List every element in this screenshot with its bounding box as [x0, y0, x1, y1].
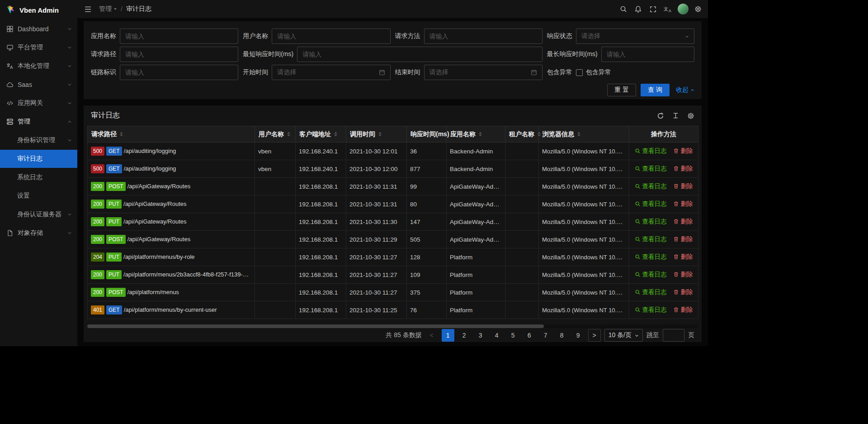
page-button-4[interactable]: 4	[491, 329, 503, 342]
user-name-input[interactable]	[272, 29, 390, 44]
max-response-time-input[interactable]	[601, 47, 694, 62]
column-header-client-address[interactable]: 客户端地址	[296, 126, 346, 143]
search-icon[interactable]	[616, 0, 631, 18]
total-count: 共 85 条数据	[386, 331, 421, 339]
delete-button[interactable]: 删除	[673, 218, 693, 226]
request-method-input[interactable]	[424, 29, 542, 44]
cell-tenant-name	[505, 195, 539, 213]
column-header-call-time[interactable]: 调用时间	[346, 126, 407, 143]
language-translate-icon[interactable]: 文A	[660, 0, 675, 18]
sort-icons	[378, 132, 382, 137]
sidebar-item-localization-management[interactable]: 本地化管理	[0, 57, 77, 75]
page-button-7[interactable]: 7	[539, 329, 552, 342]
page-button-5[interactable]: 5	[507, 329, 519, 342]
trace-id-input[interactable]	[120, 65, 238, 80]
view-log-button[interactable]: 查看日志	[635, 218, 667, 226]
logo[interactable]: Vben Admin	[0, 0, 77, 20]
fullscreen-icon[interactable]	[646, 0, 660, 18]
search-glyph	[620, 5, 627, 13]
sidebar-item-object-storage[interactable]: 对象存储	[0, 224, 77, 242]
cell-client-address: 192.168.208.1	[296, 213, 346, 231]
request-path-text: /api/platform/menus/by-role	[123, 253, 195, 260]
column-header-response-time[interactable]: 响应时间(ms)	[407, 126, 447, 143]
app-name-input[interactable]	[120, 29, 238, 44]
next-page-button[interactable]: >	[588, 329, 601, 342]
request-path-text: /api/ApiGateway/Routes	[123, 200, 186, 207]
svg-text:文: 文	[664, 6, 668, 11]
gear-glyph	[694, 5, 702, 13]
cell-request-path: 200PUT/api/ApiGateway/Routes	[88, 213, 255, 231]
end-time-picker[interactable]: 请选择	[424, 65, 542, 80]
user-avatar[interactable]	[675, 0, 690, 18]
sidebar-item-settings[interactable]: 设置	[0, 187, 77, 205]
cell-user-name: vben	[255, 160, 296, 178]
page-size-select[interactable]: 10 条/页	[604, 329, 643, 342]
refresh-icon[interactable]	[657, 112, 664, 119]
delete-button[interactable]: 删除	[673, 271, 693, 279]
chevron-down-icon	[67, 138, 72, 143]
include-exception-checkbox[interactable]	[576, 69, 583, 76]
sidebar-item-dashboard[interactable]: Dashboard	[0, 20, 77, 38]
reset-button[interactable]: 重 置	[607, 84, 636, 96]
status-badge: 401	[91, 305, 104, 314]
cell-response-time: 76	[407, 301, 447, 319]
sidebar-item-management[interactable]: 管理	[0, 113, 77, 131]
view-log-button[interactable]: 查看日志	[635, 288, 667, 296]
breadcrumb-item-management[interactable]: 管理	[99, 5, 117, 13]
delete-button[interactable]: 删除	[673, 253, 693, 261]
page-button-2[interactable]: 2	[458, 329, 471, 342]
row-height-icon[interactable]	[672, 112, 679, 119]
delete-button[interactable]: 删除	[673, 288, 693, 296]
sidebar-item-system-log[interactable]: 系统日志	[0, 168, 77, 186]
response-status-select-label: 响应状态	[547, 32, 576, 40]
sidebar-item-app-gateway[interactable]: 应用网关	[0, 94, 77, 112]
column-header-app-name[interactable]: 应用名称	[447, 126, 505, 143]
menu-fold-icon[interactable]	[84, 5, 92, 13]
view-log-button[interactable]: 查看日志	[635, 271, 667, 279]
jump-page-input[interactable]	[663, 329, 684, 342]
page-button-8[interactable]: 8	[556, 329, 568, 342]
sidebar-item-identity-auth-server[interactable]: 身份认证服务器	[0, 205, 77, 224]
view-log-button[interactable]: 查看日志	[635, 235, 667, 243]
delete-button[interactable]: 删除	[673, 182, 693, 191]
notification-bell-icon[interactable]	[631, 0, 646, 18]
start-time-picker[interactable]: 请选择	[272, 65, 390, 80]
delete-button[interactable]: 删除	[673, 200, 693, 208]
delete-button[interactable]: 删除	[673, 306, 693, 314]
sidebar-item-platform-management[interactable]: 平台管理	[0, 38, 77, 57]
sidebar-item-label: Saas	[18, 81, 67, 88]
scrollbar-thumb[interactable]	[87, 324, 544, 328]
breadcrumb-item-current: 审计日志	[126, 5, 151, 13]
min-response-time-input[interactable]	[297, 47, 542, 62]
page-button-3[interactable]: 3	[474, 329, 487, 342]
response-status-select[interactable]: 请选择	[576, 29, 694, 44]
view-log-button[interactable]: 查看日志	[635, 182, 667, 191]
delete-button[interactable]: 删除	[673, 165, 693, 173]
page-button-9[interactable]: 9	[572, 329, 585, 342]
request-path-input[interactable]	[120, 47, 238, 62]
view-log-button[interactable]: 查看日志	[635, 200, 667, 208]
query-button[interactable]: 查 询	[641, 84, 670, 96]
column-header-tenant-name[interactable]: 租户名称	[505, 126, 539, 143]
page-button-6[interactable]: 6	[523, 329, 536, 342]
top-header: 管理 / 审计日志 文A	[77, 0, 708, 18]
view-log-button[interactable]: 查看日志	[635, 306, 667, 314]
app-name-input-label: 应用名称	[91, 32, 120, 40]
sidebar-item-identity-management[interactable]: 身份标识管理	[0, 131, 77, 149]
column-settings-icon[interactable]	[687, 112, 694, 119]
column-header-browser-info[interactable]: 浏览器信息	[539, 126, 629, 143]
view-log-button[interactable]: 查看日志	[635, 147, 667, 155]
cell-actions: 查看日志删除	[629, 248, 698, 266]
collapse-link[interactable]: 收起	[676, 86, 694, 94]
prev-page-button[interactable]: <	[425, 329, 438, 342]
settings-gear-icon[interactable]	[690, 0, 705, 18]
page-button-1[interactable]: 1	[442, 329, 454, 342]
column-header-request-path[interactable]: 请求路径	[88, 126, 255, 143]
delete-button[interactable]: 删除	[673, 147, 693, 155]
delete-button[interactable]: 删除	[673, 235, 693, 243]
view-log-button[interactable]: 查看日志	[635, 165, 667, 173]
column-header-user-name[interactable]: 用户名称	[255, 126, 296, 143]
view-log-button[interactable]: 查看日志	[635, 253, 667, 261]
sidebar-item-saas[interactable]: Saas	[0, 76, 77, 94]
sidebar-item-audit-log[interactable]: 审计日志	[0, 150, 77, 168]
